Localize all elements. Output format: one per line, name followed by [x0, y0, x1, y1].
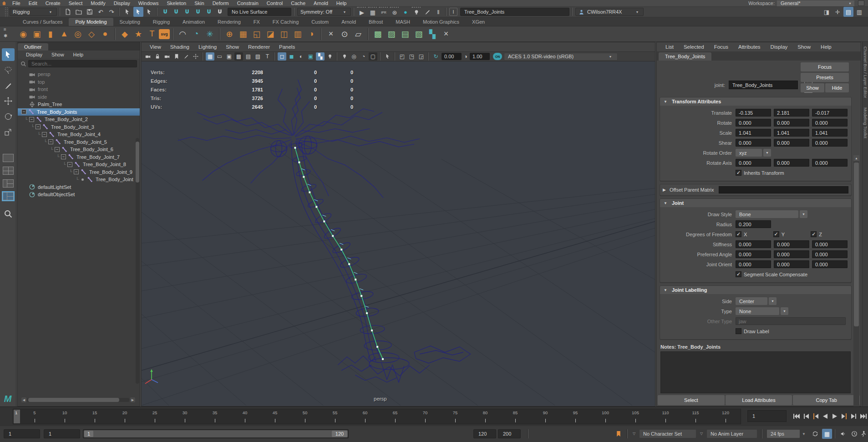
list[interactable]: List [660, 44, 679, 50]
show[interactable]: Show [792, 44, 816, 50]
timeline-tick[interactable]: 90 [530, 409, 560, 424]
playback-speed-icon[interactable] [810, 429, 820, 439]
timeline-tick[interactable]: 25 [140, 409, 170, 424]
shear-y-field[interactable] [774, 139, 809, 147]
focus[interactable]: Focus [709, 44, 733, 50]
vp-shadows-icon[interactable] [340, 52, 349, 61]
outliner-item-top[interactable]: top [18, 78, 140, 86]
outliner-item-tree-body-joints[interactable]: −Tree_Body_Joints [18, 108, 140, 116]
exposure-field[interactable]: 0.00 [442, 53, 462, 60]
skin[interactable]: Skin [190, 0, 208, 6]
rotate-order-dropdown[interactable]: xyz [736, 149, 762, 157]
bifrost[interactable]: Bifrost [362, 18, 389, 26]
anim-layer-dropdown[interactable]: No Anim Layer [706, 429, 757, 438]
draw-label-checkbox[interactable] [736, 328, 741, 334]
outliner-item-tree-body-joint[interactable]: └Tree_Body_Joint [18, 176, 140, 183]
hide-button[interactable]: Hide [825, 83, 849, 92]
selected[interactable]: Selected [679, 44, 709, 50]
vp-pane-layout-icon[interactable]: ◰ [398, 52, 406, 61]
segment-scale-compensate-checkbox[interactable]: ✓ [736, 271, 741, 277]
vp-shaded-icon[interactable]: ◼ [287, 52, 296, 61]
menu-set-dropdown[interactable]: Rigging ▼ [10, 8, 57, 16]
rotate-axis-y-field[interactable] [774, 159, 809, 167]
vp-camera-attributes-icon[interactable] [162, 52, 171, 61]
layout-four-pane-button[interactable] [3, 167, 14, 175]
shelf-remesh[interactable]: ▤ [398, 27, 412, 41]
vp-bookmark-icon[interactable] [172, 52, 181, 61]
motion-graphics[interactable]: Motion Graphics [416, 18, 466, 26]
shelf-combine[interactable]: ▦ [236, 27, 250, 41]
rendering[interactable]: Rendering [211, 18, 247, 26]
shelf-smooth-mesh[interactable]: ▩ [371, 27, 385, 41]
curves-surfaces[interactable]: Curves / Surfaces [16, 18, 69, 26]
fps-dropdown[interactable]: 24 fps [766, 429, 800, 438]
shelf-mirror[interactable]: ▥ [291, 27, 305, 41]
renderer[interactable]: Renderer [244, 44, 274, 50]
live-surface-field[interactable]: No Live Surface [228, 8, 291, 16]
timeline-ruler[interactable]: 5 10 15 20 [13, 409, 741, 424]
gamma-field[interactable]: 1.00 [470, 53, 490, 60]
outliner-item-tree-body-joint-6[interactable]: └−Tree_Body_Joint_6 [18, 146, 140, 153]
load-attributes-button[interactable]: Load Attributes [726, 395, 792, 405]
shelf-platonic-solid[interactable]: ◆ [118, 27, 132, 41]
vp-pane-swap-icon[interactable]: ◳ [407, 52, 416, 61]
vp-material-icon[interactable]: ◐ [297, 52, 305, 61]
outliner-item-tree-body-joint-8[interactable]: └−Tree_Body_Joint_8 [18, 161, 140, 168]
timeline-tick[interactable]: 30 [170, 409, 200, 424]
playback-end-field[interactable]: 120 [473, 429, 496, 438]
timeline-tick[interactable]: 60 [350, 409, 380, 424]
translate-y-field[interactable] [774, 109, 809, 117]
type-dropdown[interactable]: None [736, 307, 779, 315]
play-backwards-button[interactable] [821, 409, 830, 423]
character-set-menu-icon[interactable]: ▽ [633, 432, 635, 436]
range-slider[interactable]: 1 120 [83, 429, 349, 438]
shear-z-field[interactable] [812, 139, 848, 147]
shelf-cleanup[interactable]: × [439, 27, 453, 41]
render-settings-icon[interactable]: ⊛ [390, 7, 400, 17]
shelf-checker[interactable]: ▚ [426, 27, 439, 41]
stiffness-y-field[interactable] [774, 240, 809, 248]
node-tab[interactable]: Tree_Body_Joints [659, 52, 711, 61]
attribute-editor-toggle-icon[interactable]: ▤ [843, 7, 853, 17]
dof-y-checkbox[interactable]: ✓ [773, 231, 779, 237]
vp-ao-icon[interactable]: ◎ [350, 52, 358, 61]
animation[interactable]: Animation [176, 18, 211, 26]
vp-film-gate-icon[interactable]: ▭ [215, 52, 224, 61]
collapse-expander[interactable]: − [36, 124, 41, 129]
shelf-poly-cone[interactable]: ▲ [57, 27, 71, 41]
chevron-down-icon[interactable]: ▼ [763, 149, 771, 157]
outliner-item-persp[interactable]: persp [18, 71, 140, 78]
add-bookmark-icon[interactable] [614, 429, 624, 439]
current-frame-field[interactable]: 1 [747, 410, 787, 422]
translate-z-field[interactable] [812, 109, 848, 117]
channel-box-vertical-tab[interactable]: Channel Box / Layer Editor [863, 42, 868, 103]
move-tool[interactable] [2, 95, 15, 107]
mash[interactable]: MASH [389, 18, 416, 26]
scale-tool[interactable] [2, 126, 15, 138]
select-button[interactable]: Select [658, 395, 725, 405]
outliner-item-tree-body-joint-9[interactable]: └−Tree_Body_Joint_9 [18, 168, 140, 176]
shelf-poly-cube[interactable]: ▣ [30, 27, 44, 41]
help[interactable]: Help [816, 44, 837, 50]
window-layout-icon[interactable] [858, 0, 864, 6]
sync-clock-icon[interactable] [849, 429, 859, 439]
show[interactable]: Show [221, 44, 244, 50]
new-scene-icon[interactable] [63, 7, 73, 17]
stiffness-x-field[interactable] [736, 240, 771, 248]
scale-z-field[interactable] [812, 129, 848, 137]
timeline-tick[interactable]: 115 [680, 409, 711, 424]
vp-checker-icon[interactable]: ▚ [316, 52, 325, 61]
shelf-smooth[interactable]: ◑ [305, 27, 318, 41]
windows[interactable]: Windows [134, 0, 163, 6]
timeline-tick[interactable]: 85 [500, 409, 530, 424]
timeline-tick[interactable]: 105 [620, 409, 650, 424]
range-end-handle[interactable]: 120 [332, 431, 347, 437]
display[interactable]: Display [766, 44, 793, 50]
snap-to-grid-icon[interactable] [160, 7, 170, 17]
sidebar-toggle-icon-2[interactable]: ✛ [832, 7, 843, 17]
inherits-transform-checkbox[interactable]: ✓ [736, 170, 741, 176]
shelf-extrude[interactable]: ◱ [250, 27, 264, 41]
save-scene-icon[interactable] [85, 7, 95, 17]
vp-image-plane-icon[interactable]: ▧ [254, 52, 262, 61]
range-start-handle[interactable]: 1 [84, 431, 93, 437]
